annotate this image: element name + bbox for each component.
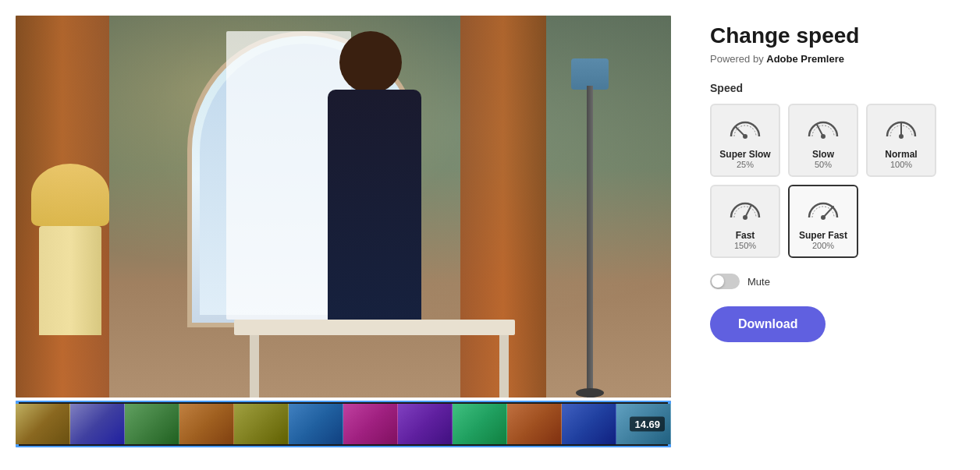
fast-icon xyxy=(726,194,765,225)
mute-toggle[interactable] xyxy=(710,274,740,289)
download-button[interactable]: Download xyxy=(710,306,826,342)
timeline-segment xyxy=(16,404,70,444)
timeline-segment xyxy=(179,404,234,444)
speed-section-label: Speed xyxy=(710,82,957,94)
timeline-segment xyxy=(562,404,616,444)
right-panel: Change speed Powered by Adobe Premlere S… xyxy=(687,0,980,470)
timeline-strip[interactable]: 14.69 xyxy=(16,401,671,447)
speed-grid: Super Slow 25% Slow 50% xyxy=(710,104,957,258)
speed-name-super-fast: Super Fast xyxy=(799,230,847,241)
mute-label: Mute xyxy=(747,276,770,288)
speed-option-super-slow[interactable]: Super Slow 25% xyxy=(710,104,780,177)
timeline-segment xyxy=(125,404,179,444)
speed-option-slow[interactable]: Slow 50% xyxy=(788,104,858,177)
video-preview xyxy=(16,16,671,398)
timeline-segment xyxy=(343,404,398,444)
video-frame xyxy=(16,16,671,398)
toggle-knob xyxy=(712,275,724,288)
speed-name-slow: Slow xyxy=(812,149,834,160)
timeline-segment xyxy=(70,404,125,444)
speed-percent-fast: 150% xyxy=(734,241,756,250)
timeline-segment xyxy=(453,404,507,444)
timeline-inner xyxy=(16,404,671,444)
speed-option-super-fast[interactable]: Super Fast 200% xyxy=(788,185,858,258)
svg-line-1 xyxy=(736,127,745,136)
speed-name-fast: Fast xyxy=(736,230,755,241)
mute-row: Mute xyxy=(710,274,957,289)
subtitle-brand: Adobe Premlere xyxy=(766,53,844,65)
super-fast-icon xyxy=(804,194,843,225)
super-slow-icon xyxy=(726,113,765,144)
page-title: Change speed xyxy=(710,23,957,48)
normal-icon xyxy=(882,113,921,144)
page-subtitle: Powered by Adobe Premlere xyxy=(710,53,957,65)
speed-percent-normal: 100% xyxy=(890,160,912,169)
slow-icon xyxy=(804,113,843,144)
speed-percent-super-slow: 25% xyxy=(737,160,754,169)
speed-name-normal: Normal xyxy=(885,149,917,160)
speed-name-super-slow: Super Slow xyxy=(719,149,770,160)
speed-option-fast[interactable]: Fast 150% xyxy=(710,185,780,258)
svg-line-3 xyxy=(817,125,823,136)
speed-percent-super-fast: 200% xyxy=(812,241,834,250)
timeline-segment xyxy=(507,404,562,444)
subtitle-prefix: Powered by xyxy=(710,53,766,65)
left-panel: 14.69 xyxy=(0,0,687,470)
speed-option-normal[interactable]: Normal 100% xyxy=(866,104,936,177)
timeline-timestamp: 14.69 xyxy=(630,417,665,432)
timeline-segment xyxy=(234,404,289,444)
timeline-segment xyxy=(289,404,343,444)
speed-percent-slow: 50% xyxy=(815,160,832,169)
timeline-segment xyxy=(398,404,453,444)
